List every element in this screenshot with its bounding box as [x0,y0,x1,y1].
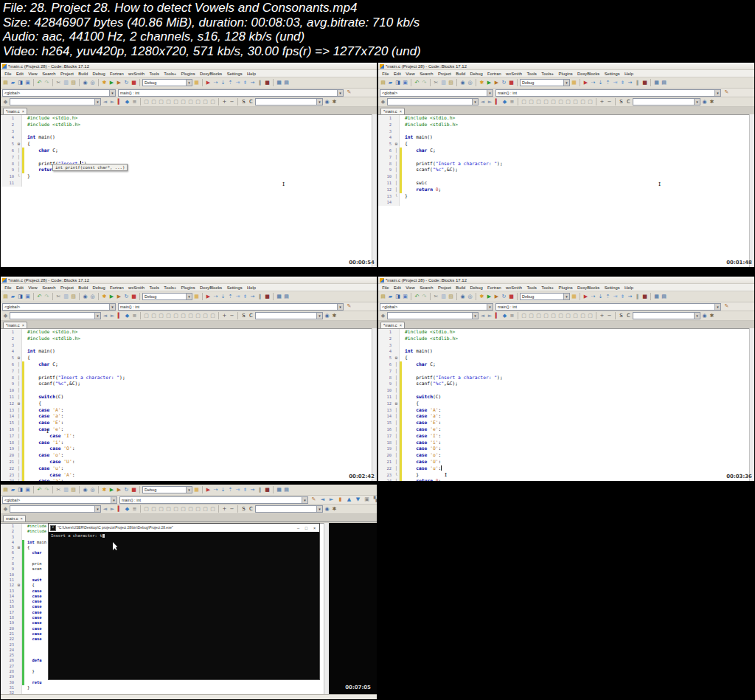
menu-doxyblocks[interactable]: DoxyBlocks [575,72,602,76]
menu-project[interactable]: Project [58,72,76,76]
undo-icon[interactable]: ↶ [36,294,43,300]
tab-close-icon[interactable]: × [400,323,402,328]
fold-margin[interactable]: └ [16,173,22,180]
fold-margin[interactable]: ⊟ [16,545,22,550]
scope-combo[interactable]: <global>▾ [380,89,493,97]
fold-margin[interactable] [16,620,22,626]
compiler-target-icon[interactable]: ▦ [571,80,577,86]
watch-combo-arrow-icon[interactable]: ▾ [472,313,478,319]
wxsmith-sizer-icon[interactable]: ▢ [165,506,172,513]
fold-margin[interactable]: │ [394,407,400,414]
menu-file[interactable]: File [380,72,392,76]
build-target-combo-arrow-icon[interactable]: ▾ [186,294,192,299]
fold-margin[interactable] [16,329,22,336]
menu-edit[interactable]: Edit [392,72,403,76]
wxsmith-sizer-icon[interactable]: ▢ [165,313,172,319]
symbol-combo-arrow-icon[interactable]: ▾ [337,304,343,310]
fold-margin[interactable]: │ [16,387,22,394]
watch-combo-arrow-icon[interactable]: ▾ [94,313,100,319]
next-instruction-icon[interactable]: ⇥ [612,80,619,86]
fold-margin[interactable]: ⊟ [16,583,22,588]
fold-margin[interactable] [16,626,22,631]
wxsmith-frame-icon[interactable]: ▢ [150,99,157,105]
goto-declaration-icon[interactable]: ✎ [723,89,730,96]
fold-margin[interactable] [16,658,22,663]
menu-tools[interactable]: Tools [147,285,161,290]
menu-tools[interactable]: Tools [524,72,539,76]
save-all-icon[interactable]: ▣ [402,80,408,86]
rebuild-icon[interactable]: ↻ [501,80,507,86]
debug-target-select-icon[interactable]: ◆ [2,506,9,513]
menu-project[interactable]: Project [58,285,76,290]
find-icon[interactable]: ◉ [459,294,466,300]
prev-bookmark-icon[interactable]: ▲ [346,496,352,503]
fold-margin[interactable] [16,566,22,572]
search-go-icon[interactable]: ◉ [701,313,708,319]
next-instruction-icon[interactable]: ⇥ [234,80,241,86]
fold-margin[interactable] [16,648,22,653]
highlight-marker-icon[interactable]: ▍ [494,99,501,105]
rebuild-icon[interactable]: ↻ [123,294,130,300]
menu-help[interactable]: Help [622,72,636,76]
debug-target-select-icon[interactable]: ◆ [380,313,386,319]
break-debugger-icon[interactable]: ‖ [634,294,641,300]
fold-margin[interactable] [16,674,22,679]
fold-margin[interactable]: │ [16,413,22,420]
build-and-run-icon[interactable]: ▶ [116,487,122,493]
fold-margin[interactable]: │ [394,394,400,401]
build-target-combo[interactable]: Debug▾ [142,486,192,493]
step-out-icon[interactable]: ⇡ [605,294,611,300]
highlight-marker-icon[interactable]: ▍ [494,313,501,319]
toggle-bookmark-icon[interactable]: ▮ [337,496,344,503]
wxsmith-grid-icon[interactable]: ▢ [580,99,586,105]
fold-margin[interactable]: │ [16,154,22,161]
fold-margin[interactable] [16,556,22,561]
wxsmith-panel-icon[interactable]: ▢ [158,313,164,319]
menu-tools-plus[interactable]: Tools+ [539,285,556,290]
replace-icon[interactable]: ◎ [89,294,96,300]
search-go-icon[interactable]: ◉ [324,99,330,105]
save-icon[interactable]: ◨ [17,487,24,493]
console-title-bar[interactable]: C"C:\Users\USER\Desktop\C projects\Proje… [49,524,319,532]
fold-margin[interactable] [16,540,22,545]
tab-main-c[interactable]: *main.c× [3,322,27,328]
menu-tools-plus[interactable]: Tools+ [161,72,178,76]
wxsmith-pointer-icon[interactable]: ▢ [143,313,150,319]
wxsmith-grid-icon[interactable]: ▢ [202,313,209,319]
wxsmith-combo-icon[interactable]: ▢ [187,313,194,319]
step-next-icon[interactable]: ⇢ [590,80,596,86]
wxsmith-frame-icon[interactable]: ▢ [150,506,157,513]
wxsmith-panel-icon[interactable]: ▢ [535,313,542,319]
search-go-icon[interactable]: ◉ [324,506,330,513]
build-and-run-icon[interactable]: ▶ [493,80,500,86]
step-next-icon[interactable]: ⇢ [212,294,219,300]
fold-margin[interactable]: │ [394,161,400,167]
step-next-icon[interactable]: ⇢ [590,294,596,300]
wxsmith-combo-icon[interactable]: ▢ [565,313,571,319]
paste-icon[interactable]: ▧ [70,294,77,300]
search-go-icon[interactable]: ◉ [701,99,708,105]
fold-margin[interactable] [394,128,400,135]
cut-icon[interactable]: ✂ [55,294,62,300]
menu-project[interactable]: Project [436,285,453,290]
fold-margin[interactable]: │ [394,426,400,433]
nav-back-icon[interactable]: ◄ [479,99,486,105]
wxsmith-image-icon[interactable]: ▢ [209,313,216,319]
fold-margin[interactable]: │ [394,148,400,154]
code-editor[interactable]: 1#include <stdio.h>2#include <stdlib.h>3… [378,328,754,481]
highlight-c-icon[interactable]: C [248,99,254,105]
fold-margin[interactable]: │ [16,440,22,446]
cut-icon[interactable]: ✂ [433,80,439,86]
new-file-icon[interactable]: ▤ [2,80,9,86]
code-editor[interactable]: 1#include <stdio.h>2#include <stdlib.h>3… [1,114,377,267]
abort-build-icon[interactable]: ■ [131,80,137,86]
break-debugger-icon[interactable]: ‖ [257,80,263,86]
run-icon[interactable]: ▶ [108,294,115,300]
build-and-run-icon[interactable]: ▶ [493,294,500,300]
menu-edit[interactable]: Edit [392,285,403,290]
various-info-icon[interactable]: ▤ [283,294,290,300]
highlight-marker-icon[interactable]: ▍ [116,99,123,105]
paste-icon[interactable]: ▧ [70,80,77,86]
wxsmith-text-icon[interactable]: ▢ [180,506,187,513]
console-window[interactable]: C"C:\Users\USER\Desktop\C projects\Proje… [48,523,320,680]
